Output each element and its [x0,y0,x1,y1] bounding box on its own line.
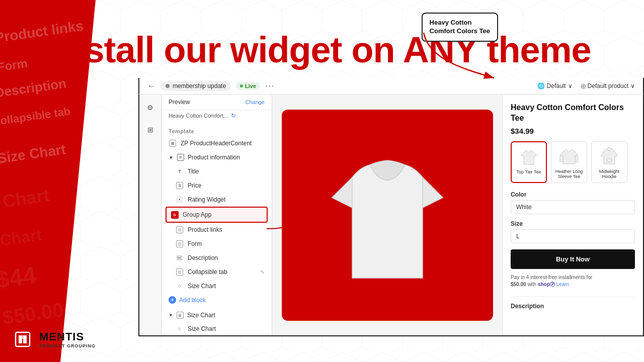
svg-rect-1 [575,156,578,162]
price-label: Price [188,182,201,189]
variant-label-1: Top Tier Tee [517,169,541,175]
size-chart-section-icon: ⊞ [176,311,184,319]
topbar-left: ← membership update Live ··· [147,81,275,91]
pay-with-text: with [527,282,538,287]
size-chart-icon: ⊹ [176,282,184,290]
template-list-header: Template [162,123,272,136]
logo-svg [14,330,32,348]
pay-info-text: Pay in 4 interest-free installments for [511,275,592,280]
pay-learn-link[interactable]: Learn [556,282,570,287]
default-theme-btn[interactable]: 🌐 Default ∨ [537,82,573,89]
dots-menu[interactable]: ··· [265,81,275,90]
add-block-plus-icon: + [169,296,176,304]
size-chart-toggle-arrow: ▼ [169,313,173,318]
size-chart-child-1[interactable]: ⊹ Size Chart [162,322,272,335]
layout-icon: ▦ [169,139,177,147]
logo-text: MENTIS PRODUCT GROUPING [39,330,96,348]
callout-line1: Heavy Cotton [430,19,490,27]
variant-card-2[interactable]: Heather Long Sleeve Tee [551,141,587,184]
template-panel: Preview Change Heavy Cotton Comfort... ↻… [162,95,272,335]
rating-icon: ⭑ [176,196,184,204]
product-info-label: Product information [188,154,240,161]
topbar-right: 🌐 Default ∨ ◎ Default product ∨ [537,82,635,89]
edit-icon: ✎ [260,269,265,276]
logo-icon [10,327,35,352]
template-item-description[interactable]: Description [162,251,272,265]
change-link[interactable]: Change [245,99,265,105]
size-chart-label: Size Chart [188,283,216,290]
color-field-value: White [511,200,635,214]
template-item-group-app[interactable]: G Group App [166,207,268,223]
live-dot [240,84,243,87]
page-pill: membership update [160,81,231,91]
layers-icon[interactable]: ⊞ [143,123,157,137]
group-app-icon: G [171,211,179,219]
main-headline: Install our widget on ANY theme [0,30,644,70]
section-icon: ⊞ [177,153,185,161]
rating-label: Rating Widget [188,196,225,203]
logo-subtitle: PRODUCT GROUPING [39,343,96,348]
variant-card-3[interactable]: Midweight Hoodie [591,141,627,184]
editor-topbar: ← membership update Live ··· 🌐 Default ∨… [138,78,644,95]
template-item-product-links[interactable]: ⊡ Product links [162,223,272,237]
sc1-icon: ⊹ [176,325,184,333]
variant-card-1[interactable]: Top Tier Tee [511,141,547,184]
variant-icon-1 [518,145,540,167]
title-label: Title [188,168,199,175]
template-item-title[interactable]: T Title [162,164,272,178]
form-icon: ⊡ [176,240,184,248]
preview-product: Heavy Cotton Comfort... ↻ [162,110,272,123]
template-item-zp-label: ZP ProductHeaderContent [181,140,252,147]
description-label: Description [188,254,218,261]
page-name-label: membership update [173,82,226,89]
refresh-icon[interactable]: ↻ [231,112,236,119]
color-field-label: Color [511,191,635,198]
variant-label-3: Midweight Hoodie [595,169,624,180]
add-block-btn[interactable]: + Add block [162,293,272,307]
template-item-form[interactable]: ⊡ Form [162,237,272,251]
live-badge: Live [236,82,260,90]
size-chart-section: ▼ ⊞ Size Chart ⊹ Size Chart ⊹ Size Chart… [162,307,272,335]
shopify-pay-label: shopⓅ [538,282,555,287]
back-arrow-icon[interactable]: ← [147,81,155,90]
product-links-label: Product links [188,226,222,233]
faded-text-8: $44 [0,261,38,294]
pay-amount: $50.00 [511,282,526,287]
svg-rect-4 [16,332,30,346]
tshirt-svg [317,137,458,293]
template-item-rating[interactable]: ⭑ Rating Widget [162,193,272,207]
default-product-btn[interactable]: ◎ Default product ∨ [581,82,635,89]
live-label: Live [245,83,256,89]
variants-container: Top Tier Tee Heather Long Sleeve Tee [511,141,635,184]
price-icon: $ [176,182,184,190]
variant-icon-3 [598,145,620,167]
description-icon [176,254,184,262]
size-chart-section-toggle[interactable]: ▼ ⊞ Size Chart [162,309,272,322]
preview-label: Preview [169,99,190,106]
preview-product-name: Heavy Cotton Comfort... [169,113,228,119]
default-label: Default [547,82,566,89]
template-item-collapsible[interactable]: ⊡ Collapsible tab ✎ [162,265,272,279]
chevron-down-icon: ∨ [568,82,573,89]
group-app-label: Group App [183,211,211,218]
text-icon: T [176,167,184,175]
product-info-toggle[interactable]: ▼ ⊞ Product information [162,150,272,164]
template-item-size-chart[interactable]: ⊹ Size Chart [162,279,272,293]
svg-rect-0 [560,156,563,162]
template-item-price[interactable]: $ Price [162,178,272,193]
product-info-panel: Heavy Cotton Comfort Colors Tee $34.99 T… [502,95,643,335]
settings-icon[interactable]: ⚙ [143,101,157,115]
product-links-icon: ⊡ [176,226,184,234]
toggle-arrow-icon: ▼ [169,155,174,160]
template-item-zp[interactable]: ▦ ZP ProductHeaderContent [162,136,272,150]
logo-name: MENTIS [39,330,96,343]
sc1-label: Size Chart [188,325,216,332]
default-product-label: Default product [588,82,628,89]
product-image-container [282,110,493,321]
collapsible-label: Collapsible tab [188,268,227,276]
product-chevron-icon: ∨ [630,82,635,89]
buy-now-button[interactable]: Buy It Now [511,249,635,269]
form-label: Form [188,240,202,247]
size-field-label: Size [511,220,635,227]
description-bottom-label: Description [511,303,635,310]
